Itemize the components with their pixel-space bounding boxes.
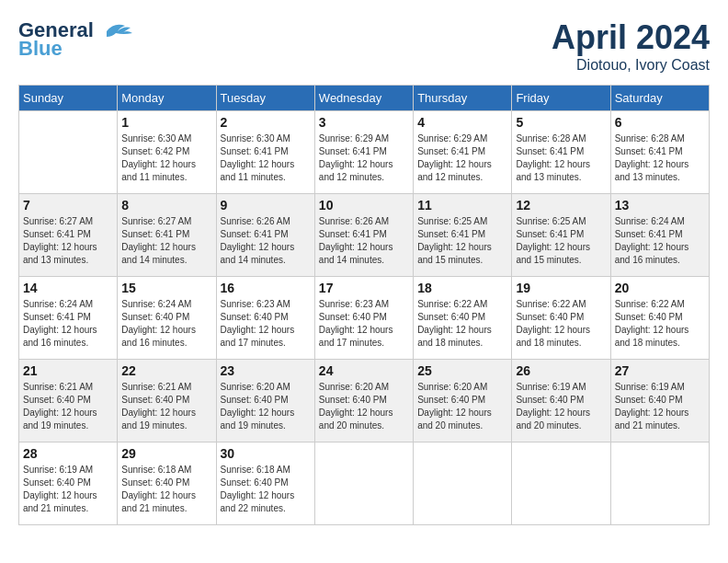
day-header-monday: Monday xyxy=(118,86,216,111)
day-info: Sunrise: 6:23 AMSunset: 6:40 PMDaylight:… xyxy=(319,298,409,350)
calendar-header-row: SundayMondayTuesdayWednesdayThursdayFrid… xyxy=(19,86,710,111)
calendar-cell: 5Sunrise: 6:28 AMSunset: 6:41 PMDaylight… xyxy=(512,111,610,194)
calendar-cell: 30Sunrise: 6:18 AMSunset: 6:40 PMDayligh… xyxy=(216,442,314,525)
calendar-week-row: 1Sunrise: 6:30 AMSunset: 6:42 PMDaylight… xyxy=(19,111,710,194)
day-info: Sunrise: 6:30 AMSunset: 6:41 PMDaylight:… xyxy=(221,132,311,184)
day-number: 21 xyxy=(23,363,113,378)
calendar-cell: 28Sunrise: 6:19 AMSunset: 6:40 PMDayligh… xyxy=(19,442,118,525)
day-info: Sunrise: 6:24 AMSunset: 6:41 PMDaylight:… xyxy=(615,215,705,267)
day-info: Sunrise: 6:30 AMSunset: 6:42 PMDaylight:… xyxy=(121,132,211,184)
day-number: 27 xyxy=(615,363,705,378)
calendar-cell: 1Sunrise: 6:30 AMSunset: 6:42 PMDaylight… xyxy=(118,111,216,194)
day-info: Sunrise: 6:24 AMSunset: 6:40 PMDaylight:… xyxy=(121,298,211,350)
calendar-cell: 6Sunrise: 6:28 AMSunset: 6:41 PMDaylight… xyxy=(610,111,709,194)
day-number: 14 xyxy=(23,281,113,295)
day-number: 8 xyxy=(121,198,211,213)
calendar-cell: 15Sunrise: 6:24 AMSunset: 6:40 PMDayligh… xyxy=(118,277,216,360)
day-number: 1 xyxy=(121,115,211,130)
day-info: Sunrise: 6:22 AMSunset: 6:40 PMDaylight:… xyxy=(516,298,606,350)
day-header-saturday: Saturday xyxy=(610,86,709,111)
day-info: Sunrise: 6:22 AMSunset: 6:40 PMDaylight:… xyxy=(615,298,705,350)
day-info: Sunrise: 6:19 AMSunset: 6:40 PMDaylight:… xyxy=(615,381,705,432)
logo-text-blue: Blue xyxy=(18,37,63,61)
calendar-cell xyxy=(512,442,610,525)
calendar-cell: 23Sunrise: 6:20 AMSunset: 6:40 PMDayligh… xyxy=(216,360,314,442)
day-info: Sunrise: 6:27 AMSunset: 6:41 PMDaylight:… xyxy=(121,215,211,267)
day-number: 11 xyxy=(417,198,507,213)
day-header-tuesday: Tuesday xyxy=(216,86,314,111)
calendar-week-row: 7Sunrise: 6:27 AMSunset: 6:41 PMDaylight… xyxy=(19,194,710,277)
day-number: 16 xyxy=(221,281,311,295)
title-area: April 2024 Diotouo, Ivory Coast xyxy=(552,18,710,74)
day-number: 28 xyxy=(23,446,113,461)
calendar-cell: 10Sunrise: 6:26 AMSunset: 6:41 PMDayligh… xyxy=(314,194,413,277)
calendar-cell: 8Sunrise: 6:27 AMSunset: 6:41 PMDaylight… xyxy=(118,194,216,277)
calendar-cell xyxy=(314,442,413,525)
day-number: 3 xyxy=(319,115,409,130)
day-info: Sunrise: 6:24 AMSunset: 6:41 PMDaylight:… xyxy=(23,298,113,350)
day-number: 20 xyxy=(615,281,705,295)
day-number: 15 xyxy=(121,281,211,295)
day-number: 13 xyxy=(615,198,705,213)
day-number: 30 xyxy=(221,446,311,461)
day-number: 17 xyxy=(319,281,409,295)
location-subtitle: Diotouo, Ivory Coast xyxy=(552,57,710,74)
calendar-week-row: 21Sunrise: 6:21 AMSunset: 6:40 PMDayligh… xyxy=(19,360,710,442)
day-number: 5 xyxy=(516,115,606,130)
day-info: Sunrise: 6:18 AMSunset: 6:40 PMDaylight:… xyxy=(221,464,311,515)
calendar-cell: 7Sunrise: 6:27 AMSunset: 6:41 PMDaylight… xyxy=(19,194,118,277)
page-header: General Blue April 2024 Diotouo, Ivory C… xyxy=(18,18,710,74)
day-info: Sunrise: 6:27 AMSunset: 6:41 PMDaylight:… xyxy=(23,215,113,267)
day-number: 24 xyxy=(319,363,409,378)
calendar-cell: 11Sunrise: 6:25 AMSunset: 6:41 PMDayligh… xyxy=(414,194,512,277)
calendar-cell: 12Sunrise: 6:25 AMSunset: 6:41 PMDayligh… xyxy=(512,194,610,277)
calendar-cell: 13Sunrise: 6:24 AMSunset: 6:41 PMDayligh… xyxy=(610,194,709,277)
day-number: 29 xyxy=(121,446,211,461)
day-info: Sunrise: 6:25 AMSunset: 6:41 PMDaylight:… xyxy=(417,215,507,267)
day-number: 19 xyxy=(516,281,606,295)
day-info: Sunrise: 6:22 AMSunset: 6:40 PMDaylight:… xyxy=(417,298,507,350)
logo-bird-icon xyxy=(97,20,132,40)
calendar-cell: 3Sunrise: 6:29 AMSunset: 6:41 PMDaylight… xyxy=(314,111,413,194)
calendar-cell: 29Sunrise: 6:18 AMSunset: 6:40 PMDayligh… xyxy=(118,442,216,525)
day-number: 22 xyxy=(121,363,211,378)
calendar-cell: 9Sunrise: 6:26 AMSunset: 6:41 PMDaylight… xyxy=(216,194,314,277)
day-info: Sunrise: 6:19 AMSunset: 6:40 PMDaylight:… xyxy=(516,381,606,432)
calendar-cell: 20Sunrise: 6:22 AMSunset: 6:40 PMDayligh… xyxy=(610,277,709,360)
calendar-cell: 25Sunrise: 6:20 AMSunset: 6:40 PMDayligh… xyxy=(414,360,512,442)
day-info: Sunrise: 6:20 AMSunset: 6:40 PMDaylight:… xyxy=(417,381,507,432)
day-info: Sunrise: 6:21 AMSunset: 6:40 PMDaylight:… xyxy=(121,381,211,432)
day-info: Sunrise: 6:28 AMSunset: 6:41 PMDaylight:… xyxy=(516,132,606,184)
day-number: 2 xyxy=(221,115,311,130)
calendar-cell xyxy=(19,111,118,194)
day-info: Sunrise: 6:26 AMSunset: 6:41 PMDaylight:… xyxy=(221,215,311,267)
day-info: Sunrise: 6:20 AMSunset: 6:40 PMDaylight:… xyxy=(319,381,409,432)
day-info: Sunrise: 6:25 AMSunset: 6:41 PMDaylight:… xyxy=(516,215,606,267)
day-info: Sunrise: 6:21 AMSunset: 6:40 PMDaylight:… xyxy=(23,381,113,432)
day-number: 18 xyxy=(417,281,507,295)
day-header-wednesday: Wednesday xyxy=(314,86,413,111)
day-number: 26 xyxy=(516,363,606,378)
day-header-thursday: Thursday xyxy=(414,86,512,111)
day-number: 4 xyxy=(417,115,507,130)
calendar-cell: 14Sunrise: 6:24 AMSunset: 6:41 PMDayligh… xyxy=(19,277,118,360)
calendar-cell: 21Sunrise: 6:21 AMSunset: 6:40 PMDayligh… xyxy=(19,360,118,442)
calendar-cell: 17Sunrise: 6:23 AMSunset: 6:40 PMDayligh… xyxy=(314,277,413,360)
calendar-cell: 18Sunrise: 6:22 AMSunset: 6:40 PMDayligh… xyxy=(414,277,512,360)
calendar-cell xyxy=(610,442,709,525)
day-number: 23 xyxy=(221,363,311,378)
day-header-friday: Friday xyxy=(512,86,610,111)
day-info: Sunrise: 6:29 AMSunset: 6:41 PMDaylight:… xyxy=(319,132,409,184)
day-number: 25 xyxy=(417,363,507,378)
month-title: April 2024 xyxy=(552,18,710,57)
day-header-sunday: Sunday xyxy=(19,86,118,111)
calendar-cell: 24Sunrise: 6:20 AMSunset: 6:40 PMDayligh… xyxy=(314,360,413,442)
calendar-table: SundayMondayTuesdayWednesdayThursdayFrid… xyxy=(18,85,710,525)
day-number: 10 xyxy=(319,198,409,213)
calendar-cell: 4Sunrise: 6:29 AMSunset: 6:41 PMDaylight… xyxy=(414,111,512,194)
calendar-week-row: 14Sunrise: 6:24 AMSunset: 6:41 PMDayligh… xyxy=(19,277,710,360)
calendar-cell: 27Sunrise: 6:19 AMSunset: 6:40 PMDayligh… xyxy=(610,360,709,442)
day-info: Sunrise: 6:23 AMSunset: 6:40 PMDaylight:… xyxy=(221,298,311,350)
day-info: Sunrise: 6:19 AMSunset: 6:40 PMDaylight:… xyxy=(23,464,113,515)
day-number: 7 xyxy=(23,198,113,213)
